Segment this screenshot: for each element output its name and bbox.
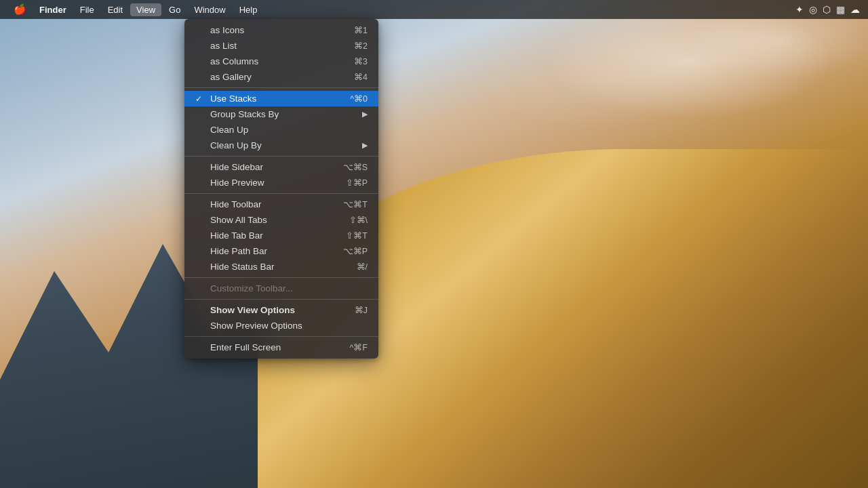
separator-23 bbox=[184, 336, 378, 337]
shortcut-hide-toolbar: ⌥⌘T bbox=[343, 199, 368, 209]
window-menu[interactable]: Window bbox=[188, 3, 231, 16]
menu-label-hide-preview: Hide Preview bbox=[210, 178, 264, 188]
menu-item-hide-path-bar[interactable]: Hide Path Bar⌥⌘P bbox=[184, 243, 378, 259]
menu-label-customize-toolbar: Customize Toolbar... bbox=[210, 283, 293, 293]
edit-menu[interactable]: Edit bbox=[102, 3, 129, 16]
shortcut-hide-preview: ⇧⌘P bbox=[346, 178, 368, 188]
toolbar-icon-5[interactable]: ☁ bbox=[850, 4, 860, 15]
shortcut-hide-tab-bar: ⇧⌘T bbox=[346, 230, 368, 241]
menu-label-show-all-tabs: Show All Tabs bbox=[210, 215, 267, 225]
go-menu[interactable]: Go bbox=[163, 3, 186, 16]
menu-label-hide-toolbar: Hide Toolbar bbox=[210, 199, 262, 209]
view-menu[interactable]: View bbox=[130, 3, 161, 16]
toolbar-icon-4[interactable]: ▦ bbox=[836, 4, 845, 15]
menu-item-show-all-tabs[interactable]: Show All Tabs⇧⌘\ bbox=[184, 212, 378, 228]
menu-item-as-icons[interactable]: as Icons⌘1 bbox=[184, 22, 378, 38]
menu-label-clean-up: Clean Up bbox=[210, 125, 248, 135]
shortcut-as-columns: ⌘3 bbox=[354, 56, 368, 66]
shortcut-show-all-tabs: ⇧⌘\ bbox=[349, 215, 368, 225]
menu-item-group-stacks-by[interactable]: Group Stacks By▶ bbox=[184, 106, 378, 122]
menu-item-clean-up[interactable]: Clean Up bbox=[184, 122, 378, 138]
toolbar-icon-2[interactable]: ◎ bbox=[809, 4, 817, 15]
desktop-background bbox=[0, 0, 868, 488]
shortcut-as-gallery: ⌘4 bbox=[354, 72, 368, 82]
menu-item-hide-toolbar[interactable]: Hide Toolbar⌥⌘T bbox=[184, 197, 378, 212]
menu-item-enter-full-screen[interactable]: Enter Full Screen^⌘F bbox=[184, 340, 378, 355]
menu-label-show-preview-options: Show Preview Options bbox=[210, 321, 302, 331]
menubar: 🍎 Finder File Edit View Go Window Help ✦… bbox=[0, 0, 868, 19]
shortcut-show-view-options: ⌘J bbox=[355, 305, 368, 315]
finder-menu[interactable]: Finder bbox=[33, 3, 73, 16]
shortcut-hide-path-bar: ⌥⌘P bbox=[343, 246, 368, 256]
view-dropdown-menu: as Icons⌘1as List⌘2as Columns⌘3as Galler… bbox=[184, 19, 378, 359]
help-menu[interactable]: Help bbox=[233, 3, 264, 16]
menu-label-show-view-options: Show View Options bbox=[210, 305, 295, 315]
menu-item-as-columns[interactable]: as Columns⌘3 bbox=[184, 54, 378, 69]
menu-item-hide-tab-bar[interactable]: Hide Tab Bar⇧⌘T bbox=[184, 228, 378, 243]
menu-item-as-list[interactable]: as List⌘2 bbox=[184, 38, 378, 54]
menu-label-as-icons: as Icons bbox=[210, 25, 244, 35]
toolbar-icon-1[interactable]: ✦ bbox=[795, 4, 804, 15]
menu-label-group-stacks-by: Group Stacks By bbox=[210, 109, 279, 119]
separator-20 bbox=[184, 299, 378, 300]
submenu-arrow-icon: ▶ bbox=[362, 110, 368, 119]
menubar-right: ✦ ◎ ⬡ ▦ ☁ bbox=[795, 4, 860, 15]
file-menu[interactable]: File bbox=[74, 3, 100, 16]
shortcut-as-list: ⌘2 bbox=[354, 41, 368, 51]
menu-label-hide-tab-bar: Hide Tab Bar bbox=[210, 230, 263, 241]
menu-item-hide-status-bar[interactable]: Hide Status Bar⌘/ bbox=[184, 259, 378, 274]
menu-item-as-gallery[interactable]: as Gallery⌘4 bbox=[184, 69, 378, 85]
menu-label-as-columns: as Columns bbox=[210, 56, 258, 66]
separator-12 bbox=[184, 193, 378, 194]
shortcut-hide-status-bar: ⌘/ bbox=[357, 262, 368, 272]
apple-menu[interactable]: 🍎 bbox=[8, 2, 32, 17]
menu-label-hide-status-bar: Hide Status Bar bbox=[210, 262, 275, 272]
shortcut-enter-full-screen: ^⌘F bbox=[349, 342, 368, 352]
separator-4 bbox=[184, 87, 378, 88]
menu-label-hide-sidebar: Hide Sidebar bbox=[210, 162, 263, 172]
menu-label-use-stacks: Use Stacks bbox=[210, 94, 256, 104]
shortcut-hide-sidebar: ⌥⌘S bbox=[343, 162, 368, 172]
menu-label-as-list: as List bbox=[210, 41, 237, 51]
menu-label-as-gallery: as Gallery bbox=[210, 72, 252, 82]
menu-item-clean-up-by[interactable]: Clean Up By▶ bbox=[184, 138, 378, 153]
shortcut-as-icons: ⌘1 bbox=[354, 25, 368, 35]
menu-item-show-preview-options[interactable]: Show Preview Options bbox=[184, 318, 378, 333]
menu-item-hide-preview[interactable]: Hide Preview⇧⌘P bbox=[184, 175, 378, 190]
separator-18 bbox=[184, 277, 378, 278]
menu-item-hide-sidebar[interactable]: Hide Sidebar⌥⌘S bbox=[184, 159, 378, 175]
menu-item-use-stacks[interactable]: ✓Use Stacks^⌘0 bbox=[184, 91, 378, 106]
menu-label-enter-full-screen: Enter Full Screen bbox=[210, 342, 281, 352]
menu-label-hide-path-bar: Hide Path Bar bbox=[210, 246, 267, 256]
menu-item-customize-toolbar[interactable]: Customize Toolbar... bbox=[184, 281, 378, 296]
menu-item-show-view-options[interactable]: Show View Options⌘J bbox=[184, 302, 378, 318]
menu-label-clean-up-by: Clean Up By bbox=[210, 140, 262, 150]
toolbar-icon-3[interactable]: ⬡ bbox=[823, 4, 831, 15]
checkmark-icon: ✓ bbox=[195, 94, 205, 104]
shortcut-use-stacks: ^⌘0 bbox=[350, 94, 368, 104]
menubar-left: 🍎 Finder File Edit View Go Window Help bbox=[8, 2, 795, 17]
submenu-arrow-icon: ▶ bbox=[362, 141, 368, 150]
separator-9 bbox=[184, 156, 378, 157]
